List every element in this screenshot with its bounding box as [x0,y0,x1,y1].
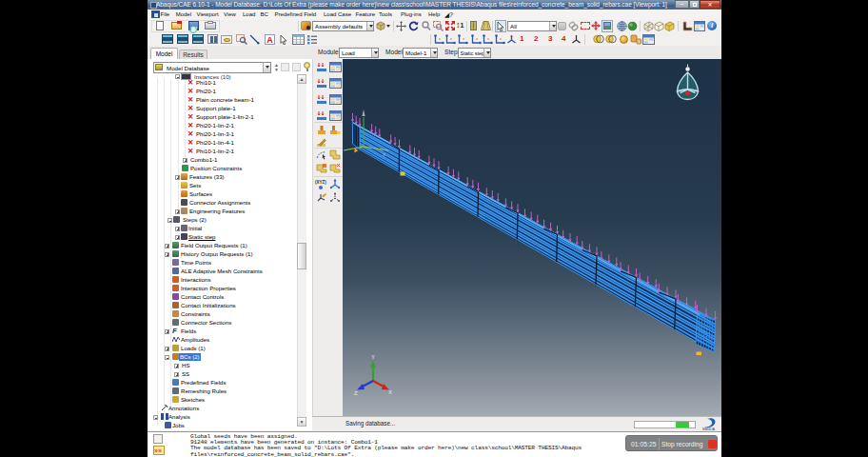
svg-text:x: x [439,36,441,41]
svg-text:x: x [487,36,489,41]
svg-text:x: x [463,36,464,41]
svg-text:z: z [500,36,502,41]
svg-text:Y: Y [371,354,375,360]
svg-text:SIMULIA: SIMULIA [702,427,716,431]
svg-text:z: z [450,36,452,41]
svg-text:X: X [388,389,392,395]
svg-text:z: z [476,36,478,41]
svg-text:Z: Z [354,390,358,396]
